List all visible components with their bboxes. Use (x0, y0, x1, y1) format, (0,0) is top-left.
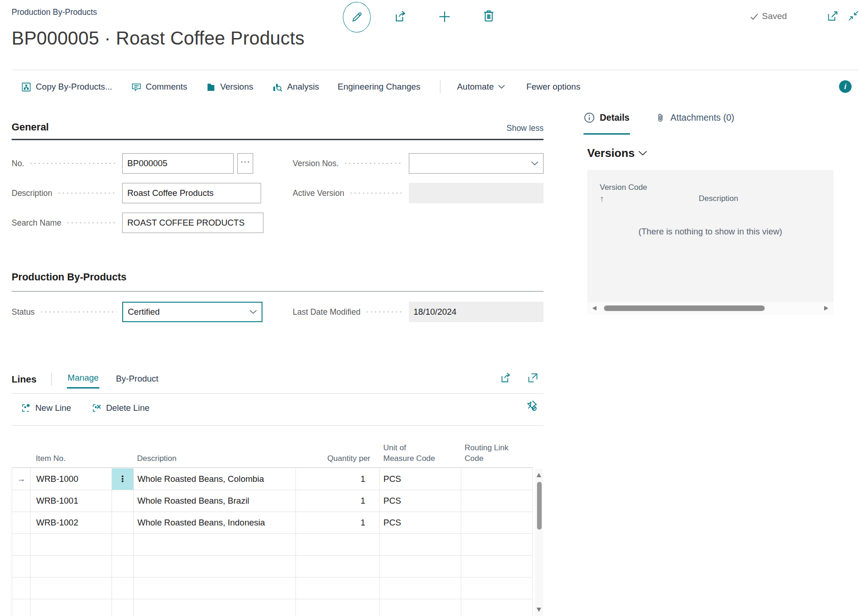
cell-description[interactable]: Whole Roasted Beans, Colombia (134, 468, 296, 490)
comments-button[interactable]: Comments (131, 82, 187, 92)
search-name-field[interactable] (122, 213, 263, 233)
cell-routing-link[interactable] (461, 490, 533, 512)
lines-share-button[interactable] (500, 371, 512, 384)
cell-quantity-per[interactable]: 1 (296, 468, 380, 490)
cell-unit-of-measure[interactable] (380, 556, 461, 577)
cell-routing-link[interactable] (461, 577, 533, 599)
cell-unit-of-measure[interactable] (380, 577, 461, 599)
cell-more-options[interactable] (112, 556, 134, 577)
version-code-column-header[interactable]: Version Code (600, 183, 647, 192)
lines-expand-button[interactable] (527, 372, 539, 384)
tab-by-product[interactable]: By-Product (115, 371, 159, 388)
no-lookup-button[interactable]: ··· (237, 153, 253, 174)
col-routing-link[interactable]: Routing LinkCode (465, 443, 509, 464)
cell-description[interactable]: Whole Roasted Beans, Indonesia (134, 512, 296, 533)
cell-quantity-per[interactable]: 1 (296, 490, 380, 512)
table-row[interactable]: → WRB-1000 ⋮ Whole Roasted Beans, Colomb… (12, 468, 533, 490)
scrollbar-thumb[interactable] (604, 305, 765, 311)
cell-description[interactable] (134, 577, 296, 599)
cell-more-options[interactable] (112, 512, 134, 533)
table-row[interactable]: WRB-1002 Whole Roasted Beans, Indonesia … (12, 512, 533, 534)
col-quantity-per[interactable]: Quantity per (296, 454, 375, 464)
scroll-left-arrow-icon[interactable] (592, 306, 597, 311)
factbox-horizontal-scrollbar[interactable] (587, 302, 833, 315)
general-heading[interactable]: General (12, 122, 49, 133)
scroll-right-arrow-icon[interactable] (824, 306, 828, 311)
scroll-down-arrow-icon[interactable] (537, 608, 541, 612)
cell-item-no[interactable]: WRB-1000 (31, 468, 112, 490)
table-row-empty[interactable] (12, 577, 533, 599)
table-row-empty[interactable] (12, 599, 533, 616)
col-unit-of-measure[interactable]: Unit ofMeasure Code (383, 443, 435, 464)
scroll-up-arrow-icon[interactable] (537, 473, 541, 477)
table-row-empty[interactable] (12, 534, 533, 556)
table-vertical-scrollbar[interactable] (535, 469, 543, 616)
tab-manage[interactable]: Manage (67, 370, 100, 389)
table-row-empty[interactable] (12, 556, 533, 577)
tab-attachments[interactable]: Attachments (0) (656, 112, 734, 123)
cell-quantity-per[interactable] (296, 577, 380, 599)
factbox-versions-heading[interactable]: Versions (587, 147, 647, 160)
fewer-options-button[interactable]: Fewer options (526, 82, 580, 92)
cell-routing-link[interactable] (461, 534, 533, 555)
cell-description[interactable]: Whole Roasted Beans, Brazil (134, 490, 296, 512)
share-button[interactable] (394, 9, 408, 23)
collapse-button[interactable] (847, 10, 859, 22)
cell-description[interactable] (134, 534, 296, 555)
copy-by-products-button[interactable]: Copy By-Products... (21, 82, 112, 92)
automate-menu-button[interactable]: Automate (457, 82, 505, 92)
no-label: No. (12, 159, 24, 169)
cell-more-options[interactable] (112, 577, 134, 599)
cell-unit-of-measure[interactable]: PCS (380, 468, 461, 490)
tab-details[interactable]: Details (584, 112, 629, 123)
no-field[interactable] (122, 153, 234, 174)
cell-quantity-per[interactable]: 1 (296, 512, 380, 533)
cell-more-options[interactable] (112, 599, 134, 616)
page-title: BP000005 · Roast Coffee Products (12, 28, 304, 49)
delete-line-button[interactable]: Delete Line (92, 403, 150, 413)
new-line-button[interactable]: New Line (21, 403, 71, 413)
info-icon[interactable]: i (839, 80, 852, 93)
edit-button[interactable] (343, 2, 371, 32)
cell-routing-link[interactable] (461, 512, 533, 533)
status-dropdown[interactable]: Certified (122, 302, 262, 322)
cell-routing-link[interactable] (461, 468, 533, 490)
cell-description[interactable] (134, 556, 296, 577)
cell-description[interactable] (134, 599, 296, 616)
cell-routing-link[interactable] (461, 599, 533, 616)
cell-item-no[interactable]: WRB-1001 (31, 490, 112, 512)
description-field[interactable] (122, 183, 261, 203)
cell-item-no[interactable]: WRB-1002 (31, 512, 112, 533)
new-button[interactable] (438, 10, 452, 24)
versions-button[interactable]: Versions (206, 82, 253, 92)
table-row[interactable]: WRB-1001 Whole Roasted Beans, Brazil 1 P… (12, 490, 533, 512)
cell-quantity-per[interactable] (296, 534, 380, 555)
open-in-new-window-button[interactable] (826, 10, 839, 22)
analysis-button[interactable]: Analysis (272, 82, 319, 92)
col-description[interactable]: Description (137, 454, 177, 464)
cell-more-options[interactable] (112, 534, 134, 555)
cell-quantity-per[interactable] (296, 556, 380, 577)
version-nos-dropdown[interactable] (409, 153, 544, 174)
cell-more-options[interactable] (112, 490, 134, 512)
production-by-products-heading[interactable]: Production By-Products (12, 272, 126, 283)
cell-quantity-per[interactable] (296, 599, 380, 616)
scrollbar-thumb[interactable] (537, 482, 542, 530)
cell-unit-of-measure[interactable] (380, 599, 461, 616)
delete-button[interactable] (482, 9, 495, 23)
cell-more-options-icon[interactable]: ⋮ (112, 468, 134, 490)
cell-unit-of-measure[interactable] (380, 534, 461, 555)
show-less-link[interactable]: Show less (506, 123, 544, 133)
cell-item-no[interactable] (31, 599, 112, 616)
engineering-changes-button[interactable]: Engineering Changes (338, 82, 420, 92)
description-column-header[interactable]: Description (699, 194, 738, 203)
cell-unit-of-measure[interactable]: PCS (380, 512, 461, 533)
unpin-button[interactable] (525, 399, 538, 412)
cell-item-no[interactable] (31, 534, 112, 555)
cell-item-no[interactable] (31, 577, 112, 599)
cell-unit-of-measure[interactable]: PCS (380, 490, 461, 512)
plus-icon (438, 10, 452, 24)
cell-routing-link[interactable] (461, 556, 533, 577)
col-item-no[interactable]: Item No. (36, 454, 66, 464)
cell-item-no[interactable] (31, 556, 112, 577)
